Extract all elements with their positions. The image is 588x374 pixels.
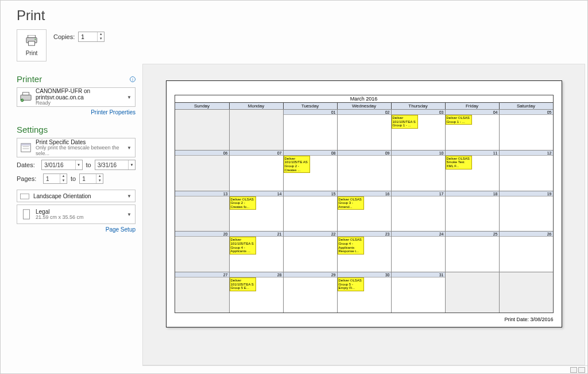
day-number: 23 <box>338 232 391 237</box>
chevron-down-icon: ▼ <box>127 145 133 151</box>
day-number: 01 <box>284 110 337 115</box>
calendar-cell: 27 <box>175 272 229 313</box>
calendar-event: Deliver OLSAS Group 1 - ... <box>446 115 472 125</box>
calendar-cell: 11Deliver OLSAS Smoke Test XML F... <box>445 150 499 191</box>
left-settings-panel: Print Print Copies: 1 ▲▼ Printer i <box>1 1 142 373</box>
calendar-cell <box>445 272 499 313</box>
calendar-event: Deliver 101/105/TEA S Group 1 - ... <box>392 115 418 129</box>
calendar-event: Deliver 101/105/TE AS Group 2 - Creates … <box>284 156 310 173</box>
calendar-cell: 24 <box>391 231 445 272</box>
printer-name: CANONMFP-UFR on printsvr.ouac.on.ca <box>36 88 127 101</box>
calendar-cell: 08Deliver 101/105/TE AS Group 2 - Create… <box>283 150 337 191</box>
calendar-cell: 22 <box>283 231 337 272</box>
calendar-row: 010203Deliver 101/105/TEA S Group 1 - ..… <box>175 109 553 150</box>
day-number: 24 <box>392 232 445 237</box>
date-from-input[interactable]: 3/01/16 ▼ <box>41 160 82 170</box>
calendar-event: Deliver OLSAS Group 2 - Creates fo... <box>230 196 256 210</box>
day-number: 26 <box>500 232 553 237</box>
calendar-cell: 06 <box>175 150 229 191</box>
info-icon[interactable]: i <box>130 76 136 82</box>
calendar-event: Deliver 101/105/TEA S Group 5 E... <box>230 277 256 291</box>
calendar-cell: 13 <box>175 191 229 232</box>
preview-area: March 2016 Sunday Monday Tuesday Wednesd… <box>142 64 585 365</box>
date-to-input[interactable]: 3/31/16 ▼ <box>95 160 136 170</box>
view-button-1[interactable] <box>570 367 577 373</box>
svg-rect-11 <box>21 194 29 199</box>
day-number: 02 <box>338 110 391 115</box>
calendar-cell: 16Deliver OLSAS Group 3 - Amend... <box>337 191 391 232</box>
svg-rect-8 <box>21 144 31 146</box>
calendar-row: 1314Deliver OLSAS Group 2 - Creates fo..… <box>175 191 553 232</box>
preview-panel: March 2016 Sunday Monday Tuesday Wednesd… <box>142 1 587 373</box>
calendar-row: 060708Deliver 101/105/TE AS Group 2 - Cr… <box>175 150 553 191</box>
calendar-row: 2021Deliver 101/105/TEA S Group 4 - Appl… <box>175 231 553 272</box>
day-number: 16 <box>338 191 391 196</box>
day-head: Wednesday <box>337 103 391 109</box>
calendar-cell: 07 <box>229 150 283 191</box>
calendar-cell: 29 <box>283 272 337 313</box>
calendar-body: 010203Deliver 101/105/TEA S Group 1 - ..… <box>175 109 553 313</box>
backstage-print-view: Print Print Copies: 1 ▲▼ Printer i <box>0 0 588 374</box>
dates-label: Dates: <box>17 161 38 168</box>
calendar-cell: 01 <box>283 109 337 150</box>
print-range-main: Print Specific Dates <box>36 139 127 145</box>
printer-properties-link[interactable]: Printer Properties <box>17 109 136 115</box>
preview-page: March 2016 Sunday Monday Tuesday Wednesd… <box>166 80 562 327</box>
print-button[interactable]: Print <box>17 29 47 61</box>
day-number: 09 <box>338 151 391 156</box>
day-number: 21 <box>230 232 283 237</box>
paper-size-dropdown[interactable]: Legal 21.59 cm x 35.56 cm ▼ <box>17 205 136 224</box>
calendar-cell: 25 <box>445 231 499 272</box>
print-range-dropdown[interactable]: Print Specific Dates Only print the time… <box>17 138 136 157</box>
day-number: 19 <box>500 191 553 196</box>
settings-section-title: Settings <box>17 125 136 134</box>
svg-rect-12 <box>23 210 29 219</box>
copies-value: 1 <box>81 34 84 40</box>
printer-device-icon <box>20 91 32 103</box>
day-number: 05 <box>500 110 553 115</box>
day-head: Thursday <box>391 103 445 109</box>
print-date-footer: Print Date: 3/08/2016 <box>175 313 554 322</box>
page-setup-link[interactable]: Page Setup <box>17 226 136 233</box>
calendar-cell: 14Deliver OLSAS Group 2 - Creates fo... <box>229 191 283 232</box>
calendar: March 2016 Sunday Monday Tuesday Wednesd… <box>175 95 554 313</box>
printer-status: Ready <box>36 101 127 106</box>
day-number: 28 <box>230 272 283 277</box>
calendar-cell: 19 <box>499 191 553 232</box>
day-head: Monday <box>229 103 283 109</box>
calendar-title: March 2016 <box>175 95 553 103</box>
calendar-cell: 21Deliver 101/105/TEA S Group 4 - Applic… <box>229 231 283 272</box>
svg-rect-0 <box>28 35 36 38</box>
calendar-event: Deliver OLSAS Group 3 - Amend... <box>338 196 364 210</box>
day-number: 31 <box>392 272 445 277</box>
calendar-cell: 17 <box>391 191 445 232</box>
calendar-cell <box>229 109 283 150</box>
calendar-cell: 10 <box>391 150 445 191</box>
day-number: 15 <box>284 191 337 196</box>
printer-icon <box>25 35 38 49</box>
calendar-cell: 02 <box>337 109 391 150</box>
calendar-event: Deliver OLSAS Smoke Test XML F... <box>446 156 472 169</box>
copies-spinbox[interactable]: 1 ▲▼ <box>78 32 105 42</box>
copies-control: Copies: 1 ▲▼ <box>53 32 105 42</box>
svg-rect-2 <box>29 41 35 45</box>
day-number: 14 <box>230 191 283 196</box>
chevron-down-icon: ▼ <box>75 160 82 169</box>
day-number: 04 <box>446 110 499 115</box>
paper-main: Legal <box>36 209 127 215</box>
printer-dropdown[interactable]: CANONMFP-UFR on printsvr.ouac.on.ca Read… <box>17 87 136 107</box>
day-number: 10 <box>392 151 445 156</box>
calendar-event: Deliver OLSAS Group 5 - Empty Fi... <box>338 277 364 291</box>
spinbox-arrows[interactable]: ▲▼ <box>97 32 104 41</box>
day-number: 06 <box>175 151 229 156</box>
chevron-down-icon: ▼ <box>127 95 133 100</box>
orientation-text: Landscape Orientation <box>33 193 127 199</box>
day-number: 25 <box>446 232 499 237</box>
page-to-input[interactable]: 1 ▲▼ <box>79 173 103 184</box>
view-button-2[interactable] <box>578 367 585 373</box>
copies-label: Copies: <box>53 33 75 40</box>
day-number: 03 <box>392 110 445 115</box>
orientation-dropdown[interactable]: Landscape Orientation ▼ <box>17 190 136 202</box>
page-from-input[interactable]: 1 ▲▼ <box>43 173 67 184</box>
day-head: Sunday <box>175 103 229 109</box>
